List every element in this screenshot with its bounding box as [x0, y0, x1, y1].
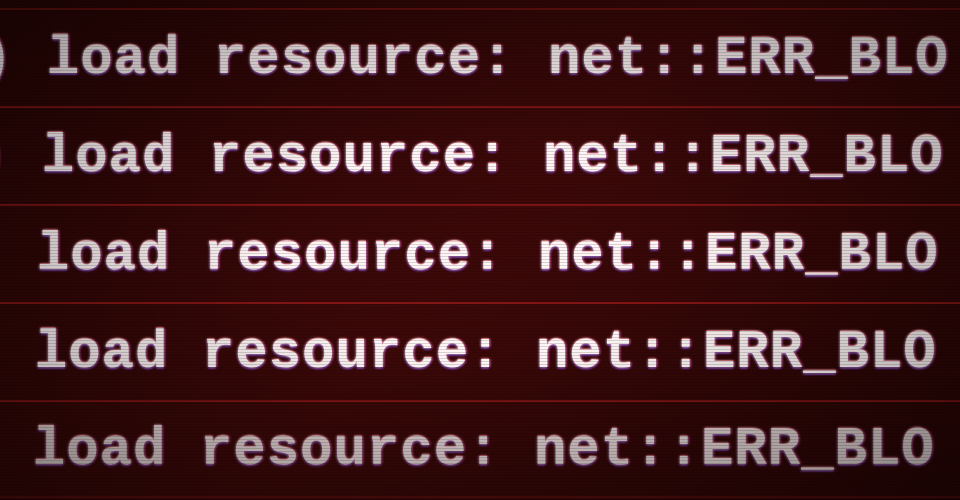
error-console: ) load resource: net::ERR_BLO ) load res…: [0, 0, 960, 498]
error-line: ) load resource: net::ERR_BLO: [0, 8, 960, 106]
error-message: ) load resource: net::ERR_BLO: [0, 322, 937, 383]
error-line: ) load resource: net::ERR_BLO: [0, 400, 960, 498]
error-line: ) load resource: net::ERR_BLO: [0, 106, 960, 204]
error-message: ) load resource: net::ERR_BLO: [0, 126, 944, 187]
error-message: ) load resource: net::ERR_BLO: [0, 28, 949, 89]
error-line: ) load resource: net::ERR_BLO: [0, 204, 960, 302]
error-line: ) load resource: net::ERR_BLO: [0, 302, 960, 400]
error-message: ) load resource: net::ERR_BLO: [0, 419, 935, 480]
error-message: ) load resource: net::ERR_BLO: [0, 224, 939, 285]
